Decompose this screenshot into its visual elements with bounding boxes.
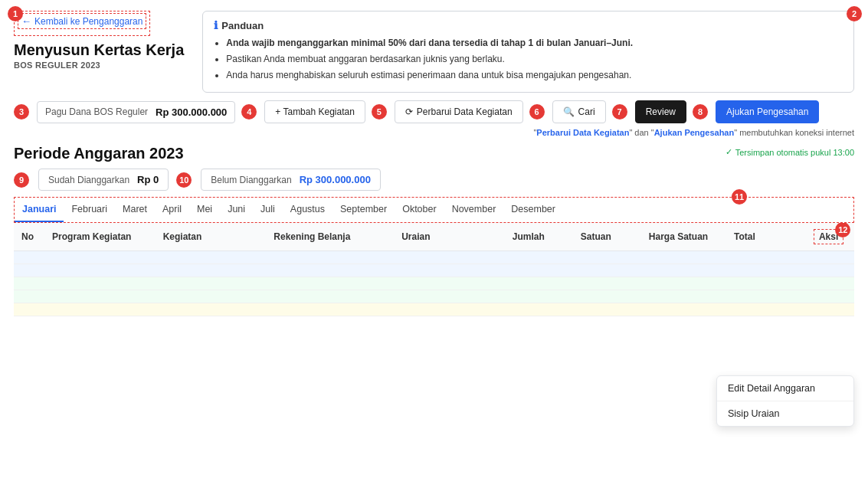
annotation-11: 11 (732, 189, 747, 205)
table-row (14, 290, 854, 303)
add-kegiatan-button[interactable]: + Tambah Kegiatan (264, 100, 365, 123)
period-header: Periode Anggaran 2023 ✓ Tersimpan otomat… (14, 145, 854, 162)
belum-dianggarkan-box: Belum Dianggarkan Rp 300.000.000 (201, 169, 381, 191)
th-satuan: Satuan (573, 223, 641, 251)
period-section: Periode Anggaran 2023 ✓ Tersimpan otomat… (0, 140, 868, 316)
pagu-field: Pagu Dana BOS Reguler Rp 300.000.000 (37, 101, 235, 123)
annotation-5: 5 (372, 104, 387, 120)
table-row (14, 277, 854, 290)
table-row (14, 264, 854, 277)
th-kegiatan: Kegiatan (156, 223, 267, 251)
tab-november[interactable]: November (444, 198, 504, 222)
tab-mei[interactable]: Mei (189, 198, 220, 222)
annotation-7: 7 (612, 104, 627, 120)
th-harga: Harga Satuan (641, 223, 726, 251)
sudah-dianggarkan-box: Sudah Dianggarkan Rp 0 (38, 169, 169, 191)
notice-row: "Perbarui Data Kegiatan" dan "Ajukan Pen… (0, 128, 868, 140)
review-button[interactable]: Review (635, 100, 686, 123)
period-title: Periode Anggaran 2023 (14, 145, 184, 162)
toolbar: 3 Pagu Dana BOS Reguler Rp 300.000.000 4… (0, 93, 868, 128)
tab-juli[interactable]: Juli (253, 198, 283, 222)
context-item-sisip[interactable]: Sisip Uraian (717, 401, 853, 426)
panduan-list: Anda wajib menganggarkan minimal 50% dar… (214, 36, 843, 82)
back-label: Kembali ke Penganggaran (34, 16, 142, 27)
annotation-6: 6 (529, 104, 545, 120)
tab-agustus[interactable]: Agustus (283, 198, 332, 222)
annotation-12: 12 (835, 223, 850, 237)
top-bar: 1 ← Kembali ke Penganggaran Menyusun Ker… (0, 0, 868, 93)
panduan-item-3: Anda harus menghabiskan seluruh estimasi… (226, 68, 843, 82)
notice-link1[interactable]: Perbarui Data Kegiatan (536, 128, 629, 137)
page-subtitle: BOS REGULER 2023 (14, 61, 184, 70)
table-area: No Program Kegiatan Kegiatan Rekening Be… (14, 223, 854, 316)
th-aksi: 12 Aksi (803, 223, 854, 251)
budget-table: No Program Kegiatan Kegiatan Rekening Be… (14, 223, 854, 316)
tab-januari[interactable]: Januari (15, 198, 64, 222)
th-uraian: Uraian (394, 223, 505, 251)
submit-button[interactable]: Ajukan Pengesahan (716, 100, 819, 123)
table-row (14, 251, 854, 264)
tab-oktober[interactable]: Oktober (395, 198, 444, 222)
annotation-3: 3 (14, 104, 29, 120)
page-title: Menyusun Kertas Kerja (14, 41, 184, 59)
tab-april[interactable]: April (155, 198, 189, 222)
annotation-9: 9 (14, 172, 29, 188)
panduan-box: 2 ℹ Panduan Anda wajib menganggarkan min… (202, 11, 854, 93)
refresh-kegiatan-button[interactable]: ⟳ Perbarui Data Kegiatan (395, 100, 523, 123)
th-total: Total (726, 223, 803, 251)
context-menu: Edit Detail Anggaran Sisip Uraian (716, 375, 854, 427)
tab-desember[interactable]: Desember (503, 198, 563, 222)
search-icon: 🔍 (563, 106, 575, 117)
pagu-value: Rp 300.000.000 (156, 106, 227, 118)
refresh-icon: ⟳ (405, 106, 413, 117)
tab-maret[interactable]: Maret (115, 198, 155, 222)
pagu-label: Pagu Dana BOS Reguler (45, 106, 148, 117)
autosave: ✓ Tersimpan otomatis pukul 13:00 (726, 147, 854, 157)
tab-juni[interactable]: Juni (220, 198, 253, 222)
panduan-item-1: Anda wajib menganggarkan minimal 50% dar… (226, 36, 843, 50)
month-tabs: Januari Februari Maret April Mei Juni Ju… (14, 197, 854, 223)
annotation-1: 1 (8, 6, 23, 21)
search-button[interactable]: 🔍 Cari (552, 100, 606, 123)
table-row (14, 303, 854, 316)
page: 1 ← Kembali ke Penganggaran Menyusun Ker… (0, 0, 868, 478)
annotation-8: 8 (693, 104, 708, 120)
panduan-title: ℹ Panduan (214, 19, 843, 31)
context-item-edit[interactable]: Edit Detail Anggaran (717, 376, 853, 401)
th-no: No (14, 223, 44, 251)
tab-februari[interactable]: Februari (64, 198, 115, 222)
back-arrow-icon: ← (21, 15, 31, 27)
tab-september[interactable]: September (332, 198, 395, 222)
th-jumlah: Jumlah (505, 223, 573, 251)
annotation-4: 4 (241, 104, 257, 120)
back-link[interactable]: ← Kembali ke Penganggaran (18, 13, 146, 29)
annotation-2: 2 (847, 6, 862, 21)
check-icon: ✓ (726, 147, 732, 157)
annotation-10: 10 (176, 172, 192, 188)
th-program: Program Kegiatan (44, 223, 156, 251)
info-icon: ℹ (214, 19, 218, 31)
notice-link2[interactable]: Ajukan Pengesahan (654, 128, 735, 137)
left-header: 1 ← Kembali ke Penganggaran Menyusun Ker… (14, 11, 184, 70)
panduan-item-2: Pastikan Anda membuat anggaran berdasark… (226, 52, 843, 66)
th-rekening: Rekening Belanja (266, 223, 394, 251)
